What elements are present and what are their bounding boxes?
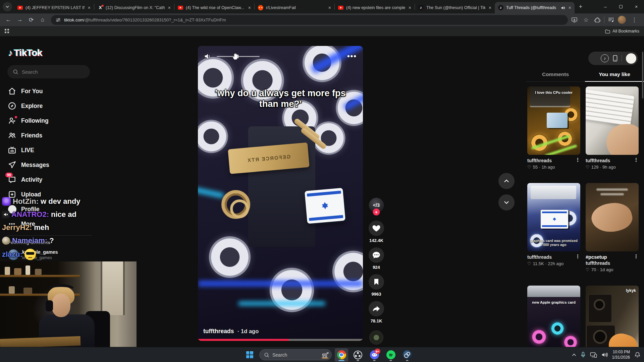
sidebar-item-messages[interactable]: Messages bbox=[7, 158, 93, 172]
video-progress-bar[interactable] bbox=[198, 339, 363, 341]
apps-grid-icon[interactable] bbox=[5, 29, 9, 34]
media-controls-icon[interactable] bbox=[608, 17, 614, 23]
tab-search-button[interactable] bbox=[3, 2, 12, 11]
notification-bell-icon[interactable]: z bbox=[634, 352, 641, 358]
tab-close-button[interactable]: × bbox=[408, 5, 412, 11]
previous-video-button[interactable] bbox=[498, 173, 515, 189]
taskbar-steam-button[interactable] bbox=[400, 348, 414, 362]
sound-disc[interactable] bbox=[369, 330, 383, 345]
extensions-icon[interactable] bbox=[594, 17, 601, 23]
video-card[interactable]: tuffthreads ♡129 · 9h ago ⋮ bbox=[586, 86, 639, 170]
cast-screen-icon[interactable] bbox=[590, 352, 597, 358]
tab-you-may-like[interactable]: You may like bbox=[585, 69, 644, 81]
speaker-icon[interactable] bbox=[601, 352, 608, 358]
tab-comments[interactable]: Comments bbox=[526, 69, 585, 81]
reload-button[interactable]: ⟳ bbox=[26, 15, 36, 25]
taskbar-search[interactable] bbox=[259, 349, 332, 360]
taskbar-obs-button[interactable] bbox=[351, 348, 365, 362]
volume-icon[interactable] bbox=[204, 53, 211, 60]
site-settings-icon[interactable] bbox=[56, 17, 61, 22]
card-author[interactable]: tuffthreads bbox=[586, 260, 639, 266]
tiktok-circle-icon[interactable]: ♪ bbox=[601, 54, 609, 62]
sidebar-item-following[interactable]: Following bbox=[7, 113, 93, 128]
minimize-button[interactable]: – bbox=[598, 0, 613, 13]
card-menu-icon[interactable]: ⋮ bbox=[575, 253, 580, 259]
tab-close-button[interactable]: × bbox=[87, 5, 91, 11]
sidebar-item-friends[interactable]: Friends bbox=[7, 128, 93, 143]
browser-profile-avatar[interactable] bbox=[618, 16, 626, 24]
card-menu-icon[interactable]: ⋮ bbox=[634, 157, 639, 163]
bookmark-button[interactable] bbox=[369, 274, 384, 290]
video-thumbnail[interactable] bbox=[586, 86, 639, 155]
card-menu-icon[interactable]: ⋮ bbox=[575, 157, 580, 163]
follow-button[interactable]: + bbox=[373, 208, 380, 216]
browser-tab[interactable]: X (12) DiscussingFilm on X: "Cathe × bbox=[94, 2, 174, 13]
address-bar[interactable]: tiktok.com/@tuffthreads/video/7601320133… bbox=[51, 15, 568, 25]
next-video-button[interactable] bbox=[498, 194, 515, 210]
install-app-icon[interactable] bbox=[571, 17, 578, 23]
bookmark-star-icon[interactable]: ☆ bbox=[581, 15, 591, 25]
volume-slider[interactable] bbox=[217, 56, 260, 57]
card-author[interactable]: tuffthreads bbox=[586, 158, 639, 163]
new-tab-button[interactable]: + bbox=[576, 2, 585, 11]
taskbar-clock[interactable]: 10:03 PM 1/31/2026 bbox=[612, 350, 630, 360]
video-thumbnail[interactable]: I love this CPu cooler bbox=[527, 86, 580, 155]
close-window-button[interactable]: × bbox=[629, 0, 644, 13]
sidebar-item-explore[interactable]: Explore bbox=[7, 99, 93, 113]
browser-menu-icon[interactable]: ⋮ bbox=[629, 15, 639, 25]
search-input[interactable] bbox=[22, 69, 79, 75]
video-author[interactable]: tuffthreads bbox=[203, 328, 234, 335]
card-hashtag[interactable]: #pcsetup bbox=[586, 254, 639, 260]
video-thumbnail[interactable]: new Apple graphics card bbox=[527, 286, 580, 347]
card-author[interactable]: tuffthreads bbox=[527, 158, 580, 163]
video-card[interactable]: graphics card was promised 7000 years ag… bbox=[527, 183, 580, 272]
sidebar-search[interactable] bbox=[7, 65, 90, 78]
video-thumbnail[interactable]: lykyk bbox=[586, 286, 639, 347]
maximize-button[interactable] bbox=[613, 0, 629, 13]
video-card[interactable]: lykyk bbox=[586, 286, 639, 347]
tab-close-button[interactable]: × bbox=[328, 5, 332, 11]
sidebar-item-live[interactable]: LIVE bbox=[7, 143, 93, 158]
browser-tab-active[interactable]: ♪ Tuff Threads (@tuffthreads × bbox=[495, 2, 575, 13]
video-card[interactable]: new Apple graphics card bbox=[527, 286, 580, 347]
tab-close-button[interactable]: × bbox=[488, 5, 492, 11]
comment-button[interactable] bbox=[369, 247, 384, 263]
card-menu-icon[interactable]: ⋮ bbox=[634, 253, 639, 259]
browser-tab[interactable]: ♪ The Sun (@thesun) Official | Tik × bbox=[415, 2, 495, 13]
browser-tab[interactable]: (4) The wild rise of OpenClaw... × bbox=[174, 2, 254, 13]
like-button[interactable] bbox=[369, 221, 384, 236]
tab-close-button[interactable]: × bbox=[568, 5, 572, 11]
tab-audio-icon[interactable] bbox=[561, 6, 565, 10]
back-button[interactable]: ← bbox=[3, 15, 13, 25]
tray-chevron-icon[interactable] bbox=[572, 353, 576, 356]
toggle-knob[interactable] bbox=[626, 53, 636, 64]
video-more-options[interactable]: ••• bbox=[347, 52, 357, 61]
taskbar-chrome-button[interactable] bbox=[335, 348, 348, 362]
browser-tab[interactable]: r/LivestreamFail × bbox=[255, 2, 334, 13]
start-button[interactable] bbox=[243, 348, 256, 362]
sidebar-item-for-you[interactable]: For You bbox=[7, 84, 93, 99]
taskbar-spotify-button[interactable] bbox=[384, 348, 397, 362]
video-thumbnail[interactable] bbox=[586, 183, 639, 251]
card-author[interactable]: tuffthreads bbox=[527, 254, 580, 260]
share-button[interactable] bbox=[369, 301, 384, 316]
creator-avatar[interactable]: </3 + bbox=[369, 198, 384, 213]
taskbar-search-input[interactable] bbox=[272, 352, 313, 358]
browser-tab[interactable]: (4) new epstein files are comple × bbox=[335, 2, 415, 13]
all-bookmarks-button[interactable]: All Bookmarks bbox=[605, 29, 639, 34]
browser-tab[interactable]: (4) JEFFREY EPSTEIN LAST INTE × bbox=[14, 2, 94, 13]
video-card[interactable]: #pcsetup tuffthreads ♡70 · 1d ago ⋮ bbox=[586, 183, 639, 272]
taskbar-discord-button[interactable]: 9+ bbox=[368, 348, 381, 362]
panel-scrollbar[interactable] bbox=[642, 52, 643, 99]
video-byline[interactable]: tuffthreads · 1d ago bbox=[203, 328, 259, 335]
tiktok-logo[interactable]: ♪TikTok bbox=[8, 48, 42, 58]
video-thumbnail[interactable]: graphics card was promised 7000 years ag… bbox=[527, 183, 580, 251]
forward-button[interactable]: → bbox=[15, 15, 25, 25]
video-card[interactable]: I love this CPu cooler tuffthreads ♡55 ·… bbox=[527, 86, 580, 170]
sidebar-item-activity[interactable]: 99 Activity bbox=[7, 172, 93, 187]
phone-icon[interactable] bbox=[613, 55, 618, 62]
microphone-icon[interactable] bbox=[581, 352, 586, 358]
tab-close-button[interactable]: × bbox=[248, 5, 252, 11]
home-button[interactable]: ⌂ bbox=[38, 15, 48, 25]
tab-close-button[interactable]: × bbox=[167, 5, 171, 11]
